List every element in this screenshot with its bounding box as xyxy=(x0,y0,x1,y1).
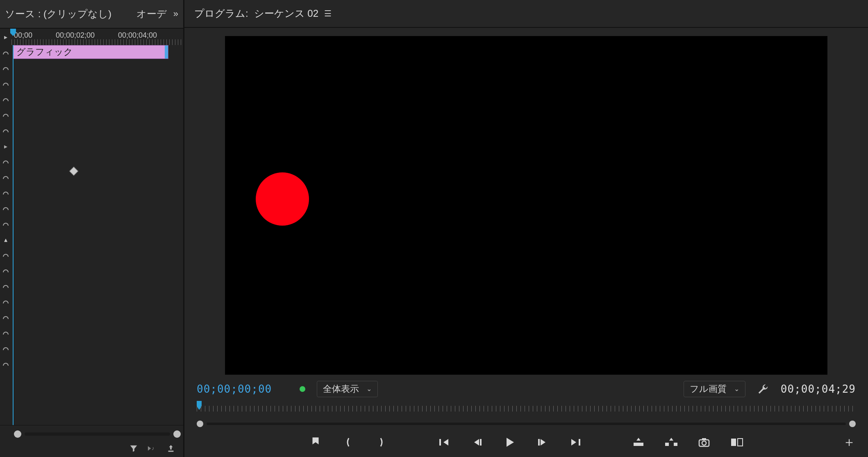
graphic-shape-circle[interactable] xyxy=(256,172,309,226)
ruler-label: 00;00;04;00 xyxy=(118,31,157,40)
overflow-chevrons-icon[interactable]: » xyxy=(173,9,178,19)
stopwatch-icon[interactable] xyxy=(0,310,11,325)
svg-rect-2 xyxy=(480,439,482,446)
svg-rect-10 xyxy=(702,438,706,440)
clip-bar[interactable]: グラフィック xyxy=(13,45,168,59)
source-tab-audio[interactable]: オーデ xyxy=(136,7,167,20)
step-back-button[interactable] xyxy=(470,435,484,450)
stopwatch-icon[interactable] xyxy=(0,123,11,138)
keyframe-area[interactable]: グラフィック xyxy=(11,45,183,425)
chevron-down-icon: ⌄ xyxy=(366,385,372,393)
lift-button[interactable] xyxy=(631,435,646,450)
stopwatch-icon[interactable] xyxy=(0,154,11,170)
chevron-down-icon: ⌄ xyxy=(734,385,739,393)
zoom-level-dropdown[interactable]: 全体表示 ⌄ xyxy=(317,381,378,397)
add-marker-button[interactable] xyxy=(308,435,323,450)
source-panel-header: ソース : (クリップなし) オーデ » xyxy=(0,0,183,29)
panel-menu-icon[interactable]: ☰ xyxy=(324,9,332,18)
expand-arrow-icon[interactable]: ▸ xyxy=(0,29,11,45)
export-frame-button[interactable] xyxy=(697,435,711,450)
stopwatch-icon[interactable] xyxy=(0,201,11,216)
clip-out-handle[interactable] xyxy=(165,45,168,59)
export-icon[interactable] xyxy=(166,444,176,453)
zoom-handle-left[interactable] xyxy=(197,421,203,427)
ruler-label: 00;00 xyxy=(14,31,32,40)
timecode-current[interactable]: 00;00;00;00 xyxy=(197,383,272,395)
stopwatch-icon[interactable] xyxy=(0,294,11,310)
svg-text:♪: ♪ xyxy=(152,445,154,451)
mark-in-button[interactable] xyxy=(341,435,356,450)
clip-label: グラフィック xyxy=(16,46,73,58)
zoom-handle-right[interactable] xyxy=(849,421,856,427)
resolution-label: フル画質 xyxy=(690,383,727,395)
property-toggle-column: ▸ ▴ xyxy=(0,45,11,425)
stopwatch-icon[interactable] xyxy=(0,216,11,232)
program-panel-header: プログラム: シーケンス 02 ☰ xyxy=(184,0,868,28)
svg-rect-7 xyxy=(674,443,677,446)
settings-wrench-icon[interactable] xyxy=(757,383,769,395)
stopwatch-icon[interactable] xyxy=(0,341,11,356)
program-timeline-ruler[interactable] xyxy=(197,401,856,420)
zoom-handle-left[interactable] xyxy=(14,430,21,438)
stopwatch-icon[interactable] xyxy=(0,170,11,185)
program-monitor-canvas[interactable] xyxy=(225,36,827,375)
comparison-view-button[interactable] xyxy=(729,435,744,450)
program-info-row: 00;00;00;00 全体表示 ⌄ フル画質 ⌄ 00;00;04;29 xyxy=(184,379,868,399)
stopwatch-icon[interactable] xyxy=(0,92,11,107)
program-title-prefix: プログラム: xyxy=(194,7,248,20)
transport-controls: ＋ xyxy=(184,428,868,457)
stopwatch-icon[interactable] xyxy=(0,263,11,278)
svg-rect-6 xyxy=(665,443,669,446)
step-forward-button[interactable] xyxy=(535,435,550,450)
play-button[interactable] xyxy=(502,435,517,450)
mark-out-button[interactable] xyxy=(374,435,389,450)
scroll-track[interactable] xyxy=(25,432,170,436)
go-to-in-button[interactable] xyxy=(437,435,452,450)
stopwatch-icon[interactable] xyxy=(0,185,11,201)
svg-rect-11 xyxy=(731,439,736,446)
collapse-arrow-icon[interactable]: ▴ xyxy=(0,232,11,247)
ruler-label: 00;00;02;00 xyxy=(56,31,95,40)
stopwatch-icon[interactable] xyxy=(0,356,11,372)
program-panel: プログラム: シーケンス 02 ☰ 00;00;00;00 全体表示 ⌄ フル画… xyxy=(184,0,868,457)
stopwatch-icon[interactable] xyxy=(0,45,11,61)
svg-rect-1 xyxy=(439,439,441,446)
playback-resolution-dropdown[interactable]: フル画質 ⌄ xyxy=(684,381,745,397)
svg-rect-5 xyxy=(634,443,643,446)
svg-rect-4 xyxy=(579,439,580,446)
effect-playhead[interactable] xyxy=(13,45,14,425)
filter-icon[interactable] xyxy=(129,444,138,453)
sequence-name: シーケンス 02 xyxy=(254,7,318,20)
keyframe-marker-icon[interactable] xyxy=(69,167,79,176)
button-editor-icon[interactable]: ＋ xyxy=(843,433,856,451)
play-audio-only-icon[interactable]: ♪ xyxy=(146,444,158,453)
extract-button[interactable] xyxy=(664,435,679,450)
stopwatch-icon[interactable] xyxy=(0,247,11,263)
scroll-track[interactable] xyxy=(207,423,846,425)
svg-rect-3 xyxy=(538,439,540,446)
stopwatch-icon[interactable] xyxy=(0,278,11,294)
source-panel: ソース : (クリップなし) オーデ » ▸ 00;00 00;00;02;00… xyxy=(0,0,184,457)
go-to-out-button[interactable] xyxy=(568,435,583,450)
expand-arrow-icon[interactable]: ▸ xyxy=(0,138,11,154)
zoom-level-label: 全体表示 xyxy=(323,383,359,395)
zoom-handle-right[interactable] xyxy=(173,430,181,438)
program-zoom-scroll[interactable] xyxy=(197,420,856,428)
timecode-duration[interactable]: 00;00;04;29 xyxy=(781,383,856,395)
stopwatch-icon[interactable] xyxy=(0,61,11,76)
stopwatch-icon[interactable] xyxy=(0,107,11,123)
svg-rect-12 xyxy=(738,439,743,446)
stopwatch-icon[interactable] xyxy=(0,325,11,341)
source-title: ソース : (クリップなし) xyxy=(5,7,130,20)
effect-timeline-ruler[interactable]: 00;00 00;00;02;00 00;00;04;00 xyxy=(11,29,183,45)
dropped-frame-indicator-icon xyxy=(300,386,305,392)
stopwatch-icon[interactable] xyxy=(0,76,11,92)
effect-zoom-scroll[interactable] xyxy=(11,428,183,440)
svg-point-9 xyxy=(702,441,706,445)
